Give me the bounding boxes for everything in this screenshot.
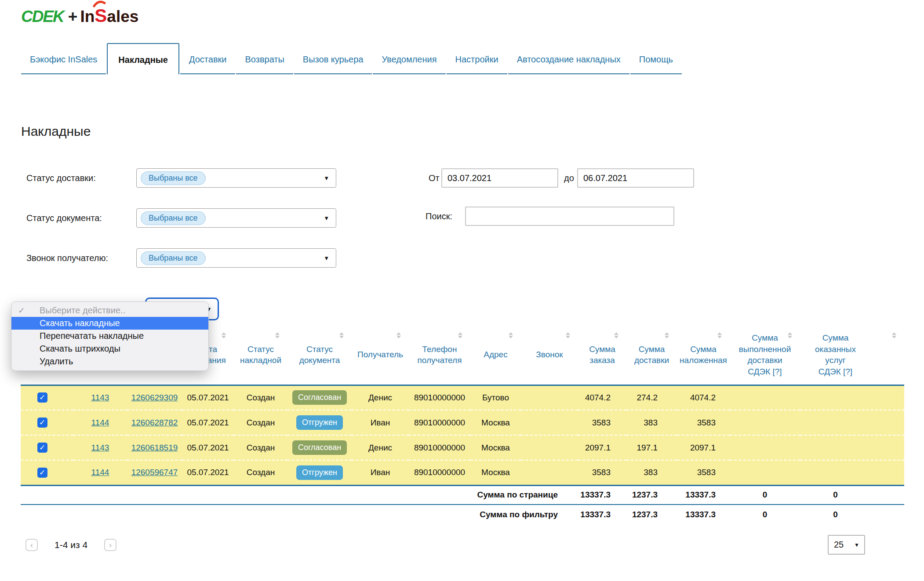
sort-icon[interactable] bbox=[665, 332, 670, 338]
tab-vyzov-kuryera[interactable]: Вызов курьера bbox=[294, 49, 372, 74]
prev-page-button[interactable]: ‹ bbox=[25, 539, 38, 551]
call-recipient-select[interactable]: Выбраны все ▼ bbox=[136, 248, 336, 268]
header-sum-completed[interactable]: Сумма выполненной доставки СДЭК [?] bbox=[730, 325, 800, 385]
cell-date: 05.07.2021 bbox=[182, 435, 234, 460]
page-size-value: 25 bbox=[834, 540, 844, 550]
tab-avtosozdanie[interactable]: Автосоздание накладных bbox=[508, 49, 629, 74]
delivery-status-label: Статус доставки: bbox=[26, 168, 96, 188]
totals-sum-delivery: 1237.3 bbox=[626, 485, 677, 505]
menu-item-label: Скачать накладные bbox=[40, 318, 120, 328]
next-page-button[interactable]: › bbox=[104, 539, 116, 551]
sort-icon[interactable] bbox=[892, 332, 897, 338]
cell-sum-order: 3583 bbox=[578, 460, 626, 485]
sort-icon[interactable] bbox=[788, 332, 793, 338]
invoice-link[interactable]: 1260628782 bbox=[131, 418, 178, 427]
sort-icon[interactable] bbox=[339, 332, 345, 338]
pagination: ‹ 1-4 из 4 › bbox=[25, 539, 116, 551]
sort-icon[interactable] bbox=[222, 332, 227, 338]
sort-icon[interactable] bbox=[275, 332, 280, 338]
doc-status-badge: Отгружен bbox=[296, 415, 343, 430]
doc-status-badge: Согласован bbox=[292, 390, 347, 405]
invoice-link[interactable]: 1260596747 bbox=[131, 468, 178, 477]
sort-icon[interactable] bbox=[717, 332, 723, 338]
menu-item-download-invoices[interactable]: Скачать накладные bbox=[11, 317, 208, 330]
tab-nastroyki[interactable]: Настройки bbox=[447, 49, 507, 74]
caret-down-icon: ▼ bbox=[854, 542, 859, 548]
header-sum-order[interactable]: Сумма заказа bbox=[578, 325, 626, 385]
tab-backoffice-insales[interactable]: Бэкофис InSales bbox=[21, 49, 106, 74]
order-link[interactable]: 1143 bbox=[91, 393, 109, 402]
chevron-right-icon: › bbox=[109, 541, 112, 550]
cell-sum-cod: 4074.2 bbox=[677, 385, 730, 410]
search-input[interactable] bbox=[465, 207, 674, 226]
header-sum-cod[interactable]: Сумма наложенная bbox=[677, 325, 730, 385]
cell-sum-order: 3583 bbox=[578, 410, 626, 435]
cell-recipient: Иван bbox=[352, 410, 409, 435]
delivery-status-select[interactable]: Выбраны все ▼ bbox=[136, 168, 336, 188]
date-to-label: до bbox=[564, 168, 574, 188]
insales-logo-ales: ales bbox=[107, 7, 138, 25]
cell-invoice-status: Создан bbox=[234, 410, 287, 435]
header-doc-status[interactable]: Статус документа bbox=[287, 325, 352, 385]
cell-sum-delivery: 383 bbox=[626, 410, 677, 435]
tab-uvedomleniya[interactable]: Уведомления bbox=[373, 49, 445, 74]
menu-item-label: Перепечатать накладные bbox=[40, 331, 144, 341]
menu-item-label: Удалить bbox=[40, 356, 73, 367]
cell-sum-services bbox=[800, 385, 904, 410]
header-phone[interactable]: Телефон получателя bbox=[409, 325, 470, 385]
cell-sum-delivery: 197.1 bbox=[626, 435, 677, 460]
cell-recipient: Денис bbox=[352, 435, 409, 460]
date-to-input[interactable] bbox=[577, 168, 694, 188]
table-row: ✓ 1143 1260618519 05.07.2021 Создан Согл… bbox=[21, 435, 904, 460]
header-invoice-status[interactable]: Статус накладной bbox=[234, 325, 287, 385]
order-link[interactable]: 1144 bbox=[91, 418, 109, 427]
row-checkbox[interactable]: ✓ bbox=[37, 443, 47, 453]
row-checkbox[interactable]: ✓ bbox=[37, 392, 47, 403]
invoice-link[interactable]: 1260618519 bbox=[131, 443, 178, 452]
chevron-left-icon: ‹ bbox=[30, 541, 33, 550]
menu-item-placeholder[interactable]: ✓ Выберите действие.. bbox=[11, 304, 208, 317]
sort-icon[interactable] bbox=[458, 332, 463, 338]
cell-invoice-status: Создан bbox=[234, 460, 287, 485]
call-recipient-label: Звонок получателю: bbox=[26, 248, 108, 268]
cell-call bbox=[521, 385, 578, 410]
order-link[interactable]: 1144 bbox=[91, 468, 109, 477]
cell-sum-completed bbox=[730, 460, 800, 485]
tab-dostavki[interactable]: Доставки bbox=[180, 49, 236, 74]
sort-icon[interactable] bbox=[614, 332, 619, 338]
row-checkbox[interactable]: ✓ bbox=[37, 468, 47, 478]
cell-sum-cod: 3583 bbox=[677, 410, 730, 435]
tab-nakladnye[interactable]: Накладные bbox=[107, 43, 179, 74]
sort-icon[interactable] bbox=[509, 332, 514, 338]
insales-logo-in: In bbox=[80, 7, 95, 25]
invoice-link[interactable]: 1260629309 bbox=[131, 393, 178, 402]
cdek-logo: CDEK bbox=[21, 7, 64, 25]
tab-pomosch[interactable]: Помощь bbox=[630, 49, 682, 74]
sort-icon[interactable] bbox=[397, 332, 402, 338]
sort-icon[interactable] bbox=[566, 332, 571, 338]
header-sum-services[interactable]: Сумма оказанных услуг СДЭК [?] bbox=[800, 325, 904, 385]
header-address[interactable]: Адрес bbox=[470, 325, 521, 385]
row-checkbox[interactable]: ✓ bbox=[37, 418, 47, 428]
cell-address: Москва bbox=[470, 460, 521, 485]
page-size-select[interactable]: 25 ▼ bbox=[828, 535, 865, 555]
menu-item-reprint-invoices[interactable]: Перепечатать накладные bbox=[11, 330, 208, 342]
header-call[interactable]: Звонок bbox=[521, 325, 578, 385]
cell-sum-delivery: 383 bbox=[626, 460, 677, 485]
order-link[interactable]: 1143 bbox=[91, 443, 109, 452]
cell-address: Бутово bbox=[470, 385, 521, 410]
menu-item-download-barcodes[interactable]: Скачать штрихкоды bbox=[11, 342, 208, 355]
pagination-range: 1-4 из 4 bbox=[55, 540, 87, 550]
action-menu: ✓ Выберите действие.. Скачать накладные … bbox=[11, 301, 209, 371]
insales-logo-s-wrap: S bbox=[95, 5, 107, 26]
header-sum-delivery[interactable]: Сумма доставки bbox=[626, 325, 677, 385]
header-recipient[interactable]: Получатель bbox=[352, 325, 409, 385]
selected-all-pill: Выбраны все bbox=[141, 211, 206, 225]
cell-date: 05.07.2021 bbox=[182, 410, 234, 435]
tab-vozvraty[interactable]: Возвраты bbox=[236, 49, 293, 74]
menu-item-label: Скачать штрихкоды bbox=[40, 344, 120, 354]
plus-sign: + bbox=[68, 7, 78, 25]
document-status-select[interactable]: Выбраны все ▼ bbox=[136, 208, 336, 228]
menu-item-delete[interactable]: Удалить bbox=[11, 355, 208, 368]
date-from-input[interactable] bbox=[441, 168, 558, 188]
